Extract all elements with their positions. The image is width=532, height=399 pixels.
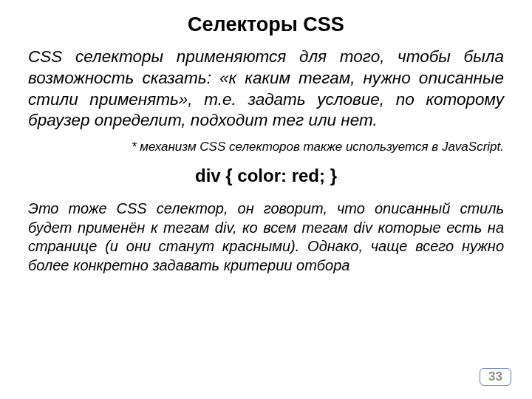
page-number-badge: 33 bbox=[480, 368, 511, 386]
intro-paragraph: CSS селекторы применяются для того, чтоб… bbox=[28, 47, 504, 132]
footnote: * механизм CSS селекторов также использу… bbox=[28, 139, 504, 155]
slide-title: Селекторы CSS bbox=[28, 13, 504, 36]
explanation-paragraph: Это тоже CSS селектор, он говорит, что о… bbox=[28, 200, 504, 275]
code-example: div { color: red; } bbox=[28, 166, 504, 186]
